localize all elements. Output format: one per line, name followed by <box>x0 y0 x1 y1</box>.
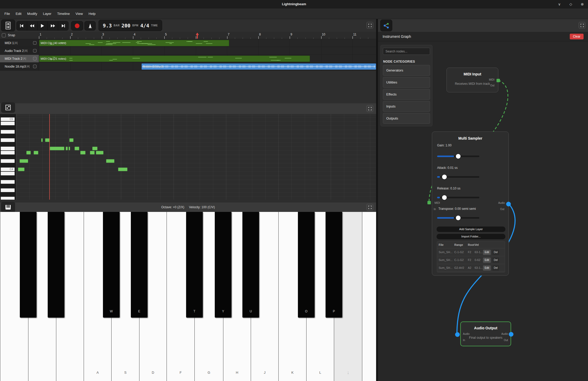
keyboard-mode-button[interactable] <box>1 202 15 213</box>
clear-button[interactable]: Clear <box>570 34 584 39</box>
play-button[interactable] <box>38 21 48 30</box>
mini-key-white[interactable] <box>1 138 15 142</box>
mini-key-white[interactable] <box>1 147 15 150</box>
search-input[interactable] <box>383 48 430 55</box>
skip-end-button[interactable] <box>58 21 68 30</box>
record-button[interactable] <box>71 21 83 31</box>
midi-note[interactable] <box>92 147 97 150</box>
attack-slider[interactable] <box>437 176 479 178</box>
track-toggle[interactable]: - <box>33 65 36 68</box>
node-multi-sampler[interactable]: Multi Sampler Gain: 1.00 Attack: 0.01 ss… <box>432 132 509 276</box>
close-button[interactable]: ⊗ <box>578 0 586 8</box>
slider-thumb[interactable] <box>442 195 447 200</box>
node-audio-output[interactable]: Audio Output Final output to speakers Au… <box>460 322 511 346</box>
track-header-2[interactable]: Audio Track 2[A]- <box>0 47 39 55</box>
midi-note[interactable] <box>20 159 28 163</box>
add-sample-layer-button[interactable]: Add Sample Layer <box>437 227 505 232</box>
midi-note[interactable] <box>34 151 38 154</box>
black-key-Y[interactable]: Y <box>215 212 231 318</box>
midi-note[interactable] <box>26 151 31 154</box>
menu-help[interactable]: Help <box>86 8 99 19</box>
track-toggle[interactable]: - <box>33 57 36 60</box>
mini-key-white[interactable] <box>1 180 15 184</box>
clip-midi[interactable]: MIDI Clip (40 notes) <box>39 40 229 46</box>
mini-key-white[interactable] <box>1 172 15 175</box>
mini-key-white[interactable]: C5 <box>1 117 15 121</box>
category-outputs[interactable]: Outputs <box>383 113 430 124</box>
black-key-E[interactable]: E <box>131 212 148 318</box>
edit-button[interactable]: Edit <box>483 265 491 271</box>
track-toggle[interactable]: - <box>33 49 36 52</box>
piano-roll[interactable]: C5C4 <box>0 114 376 200</box>
black-key-W[interactable]: W <box>103 212 120 318</box>
import-folder-button[interactable]: Import Folder... <box>437 234 505 239</box>
del-button[interactable]: Del <box>492 265 499 271</box>
black-key[interactable] <box>48 212 64 318</box>
midi-note[interactable] <box>90 151 95 154</box>
skip-start-button[interactable] <box>17 21 27 30</box>
midi-note[interactable] <box>69 147 70 150</box>
black-key-T[interactable]: T <box>186 212 203 318</box>
rewind-button[interactable] <box>27 21 38 30</box>
midi-out-port[interactable] <box>497 79 500 82</box>
midi-note[interactable] <box>80 151 85 154</box>
mini-key-white[interactable] <box>1 122 15 125</box>
audio-in-port[interactable] <box>455 332 460 337</box>
release-slider[interactable] <box>437 197 479 198</box>
piano-roll-mode-button[interactable] <box>1 102 15 113</box>
category-inputs[interactable]: Inputs <box>383 101 430 112</box>
edit-button[interactable]: Edit <box>483 250 491 255</box>
menu-edit[interactable]: Edit <box>13 8 24 19</box>
white-key[interactable] <box>362 212 376 381</box>
transpose-slider[interactable] <box>437 217 479 219</box>
midi-note[interactable] <box>118 168 127 171</box>
slider-thumb[interactable] <box>456 216 461 220</box>
mini-key-white[interactable] <box>1 130 15 134</box>
category-generators[interactable]: Generators <box>383 65 430 76</box>
menu-modify[interactable]: Modify <box>24 8 40 19</box>
category-utilities[interactable]: Utilities <box>383 77 430 88</box>
black-key-O[interactable]: O <box>298 212 315 318</box>
category-effects[interactable]: Effects <box>383 89 430 100</box>
del-button[interactable]: Del <box>492 258 499 263</box>
black-key-U[interactable]: U <box>242 212 259 318</box>
midi-in-port[interactable] <box>427 201 431 204</box>
midi-note[interactable] <box>41 138 43 142</box>
playhead-marker[interactable] <box>195 32 199 39</box>
track-header-4[interactable]: Noodle 18.mp3[A]- <box>0 63 39 70</box>
midi-note[interactable] <box>69 138 74 142</box>
mini-key-white[interactable] <box>1 151 15 154</box>
menu-file[interactable]: File <box>2 8 13 19</box>
mini-key-white[interactable] <box>1 159 15 163</box>
midi-note[interactable] <box>66 147 68 150</box>
mini-key-white[interactable] <box>1 197 15 200</box>
timeline-ruler[interactable]: Snap 1234567891011 <box>0 32 376 39</box>
node-midi-input[interactable]: MIDI Input Receives MIDI from track MIDI… <box>446 68 498 92</box>
film-button[interactable] <box>1 20 15 31</box>
menu-timeline[interactable]: Timeline <box>54 8 73 19</box>
audio-out-port[interactable] <box>506 202 511 206</box>
del-button[interactable]: Del <box>492 250 499 255</box>
piano-roll-expand-button[interactable] <box>366 105 373 112</box>
edit-button[interactable]: Edit <box>483 258 491 263</box>
graph-view-button[interactable] <box>380 20 392 31</box>
midi-note[interactable] <box>96 151 103 154</box>
maximize-button[interactable]: ◇ <box>567 0 575 8</box>
graph-canvas[interactable]: NODE CATEGORIES GeneratorsUtilitiesEffec… <box>378 41 588 381</box>
keyboard-expand-button[interactable] <box>366 204 373 211</box>
midi-note[interactable] <box>50 147 64 150</box>
graph-expand-button[interactable] <box>579 22 585 29</box>
metronome-button[interactable] <box>84 21 96 31</box>
snap-checkbox[interactable] <box>2 33 6 37</box>
midi-note[interactable] <box>18 168 24 171</box>
audio-out-port[interactable] <box>509 332 513 337</box>
clip-audio[interactable]: Noodle 18.mp3 <box>142 63 376 70</box>
fast-forward-button[interactable] <box>48 21 58 30</box>
slider-thumb[interactable] <box>456 154 461 159</box>
mini-key-white[interactable]: C4 <box>1 168 15 171</box>
menu-view[interactable]: View <box>73 8 86 19</box>
track-header-3[interactable]: MIDI Track 2[A]- <box>0 55 39 62</box>
black-key-P[interactable]: P <box>326 212 342 318</box>
timeline-expand-button[interactable] <box>366 22 373 29</box>
gain-slider[interactable] <box>437 156 479 157</box>
